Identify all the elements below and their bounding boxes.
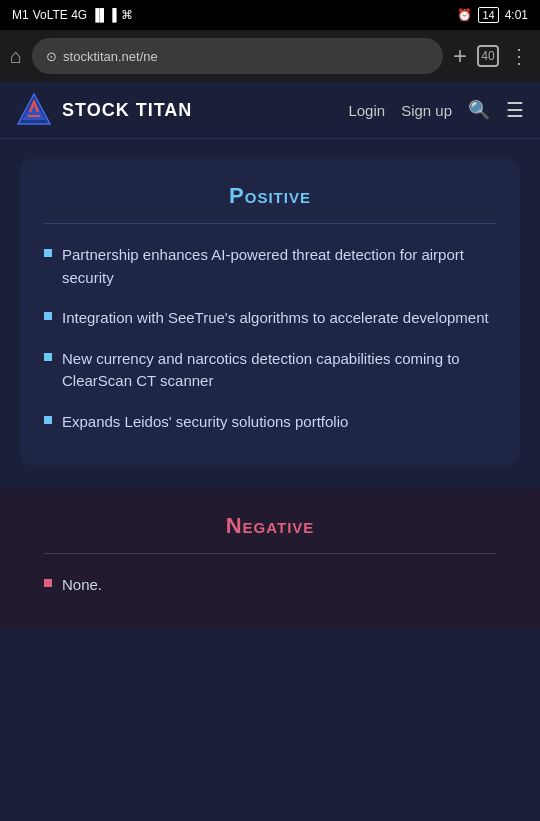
signal-icon: ▐▌▐ <box>91 8 117 22</box>
url-text: stocktitan.net/ne <box>63 49 158 64</box>
negative-divider <box>44 553 496 554</box>
status-bar: M1 VoLTE 4G ▐▌▐ ⌘ ⏰ 14 4:01 <box>0 0 540 30</box>
section-gap <box>0 465 540 489</box>
list-item: Expands Leidos' security solutions portf… <box>44 411 496 434</box>
list-item: New currency and narcotics detection cap… <box>44 348 496 393</box>
bullet-icon <box>44 579 52 587</box>
logo-icon <box>16 92 52 128</box>
list-item: Partnership enhances AI-powered threat d… <box>44 244 496 289</box>
nav-links: Login Sign up 🔍 ☰ <box>348 98 524 122</box>
more-menu-button[interactable]: ⋮ <box>509 44 530 68</box>
positive-divider <box>44 223 496 224</box>
list-item: Integration with SeeTrue's algorithms to… <box>44 307 496 330</box>
bullet-text: None. <box>62 574 102 597</box>
negative-title: Negative <box>44 513 496 539</box>
site-header: STOCK TITAN Login Sign up 🔍 ☰ <box>0 82 540 139</box>
search-icon[interactable]: 🔍 <box>468 99 490 121</box>
bullet-icon <box>44 249 52 257</box>
positive-card: Positive Partnership enhances AI-powered… <box>20 159 520 465</box>
positive-bullet-list: Partnership enhances AI-powered threat d… <box>44 244 496 433</box>
bullet-icon <box>44 416 52 424</box>
signup-link[interactable]: Sign up <box>401 102 452 119</box>
network-label: VoLTE 4G <box>33 8 87 22</box>
carrier-label: M1 <box>12 8 29 22</box>
time-label: 4:01 <box>505 8 528 22</box>
status-left: M1 VoLTE 4G ▐▌▐ ⌘ <box>12 8 133 22</box>
alarm-icon: ⏰ <box>457 8 472 22</box>
new-tab-button[interactable]: + <box>453 42 467 70</box>
bullet-text: Integration with SeeTrue's algorithms to… <box>62 307 489 330</box>
site-title: STOCK TITAN <box>62 100 338 121</box>
wifi-icon: ⌘ <box>121 8 133 22</box>
bullet-icon <box>44 312 52 320</box>
login-link[interactable]: Login <box>348 102 385 119</box>
status-right: ⏰ 14 4:01 <box>457 7 528 23</box>
bullet-icon <box>44 353 52 361</box>
bullet-text: Expands Leidos' security solutions portf… <box>62 411 348 434</box>
list-item: None. <box>44 574 496 597</box>
tabs-count-badge[interactable]: 40 <box>477 45 499 67</box>
top-spacer <box>0 139 540 159</box>
bullet-text: Partnership enhances AI-powered threat d… <box>62 244 496 289</box>
battery-indicator: 14 <box>478 7 498 23</box>
bullet-text: New currency and narcotics detection cap… <box>62 348 496 393</box>
hamburger-menu-icon[interactable]: ☰ <box>506 98 524 122</box>
home-icon[interactable]: ⌂ <box>10 45 22 68</box>
lock-icon: ⊙ <box>46 49 57 64</box>
positive-title: Positive <box>44 183 496 209</box>
browser-chrome: ⌂ ⊙ stocktitan.net/ne + 40 ⋮ <box>0 30 540 82</box>
negative-card: Negative None. <box>0 489 540 629</box>
negative-bullet-list: None. <box>44 574 496 597</box>
address-bar[interactable]: ⊙ stocktitan.net/ne <box>32 38 443 74</box>
